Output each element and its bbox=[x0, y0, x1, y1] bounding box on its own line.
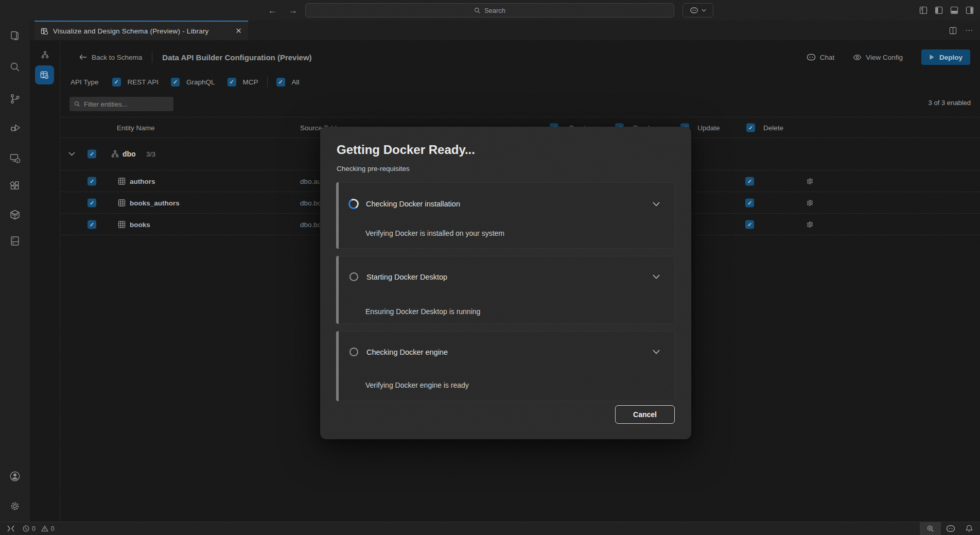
row-settings-gear-icon[interactable] bbox=[806, 198, 814, 207]
back-to-schema-link[interactable]: Back to Schema bbox=[79, 54, 142, 61]
tab-visualize-schema[interactable]: Visualize and Design Schema (Preview) - … bbox=[34, 21, 248, 40]
col-delete-checkbox[interactable]: ✓ bbox=[746, 123, 755, 132]
extensions-icon[interactable] bbox=[0, 180, 30, 192]
play-icon bbox=[929, 54, 935, 60]
filter-search-icon bbox=[74, 101, 80, 107]
row-checkbox[interactable]: ✓ bbox=[87, 177, 96, 185]
remote-indicator-icon[interactable] bbox=[7, 525, 14, 532]
view-config-button[interactable]: View Config bbox=[853, 54, 903, 61]
forward-arrow-icon[interactable]: → bbox=[288, 5, 297, 16]
copilot-chat-icon bbox=[807, 54, 816, 61]
step-docker-engine: Checking Docker engine Verifying Docker … bbox=[336, 331, 675, 401]
all-checkbox[interactable]: ✓ bbox=[276, 78, 285, 87]
more-actions-icon[interactable]: ⋯ bbox=[965, 26, 973, 35]
mcp-checkbox[interactable]: ✓ bbox=[227, 78, 236, 87]
entity-name: books_authors bbox=[130, 199, 180, 206]
toggle-sidebar-left-icon[interactable] bbox=[935, 6, 943, 14]
copilot-menu-button[interactable] bbox=[682, 3, 713, 18]
step-title: Starting Docker Desktop bbox=[366, 273, 447, 281]
delete-checkbox[interactable]: ✓ bbox=[745, 198, 754, 207]
filter-placeholder: Filter entities... bbox=[84, 100, 128, 108]
search-placeholder: Search bbox=[484, 7, 505, 14]
step-docker-desktop: Starting Docker Desktop Ensuring Docker … bbox=[336, 256, 675, 324]
pending-circle-icon bbox=[349, 272, 358, 281]
filter-entities-input[interactable]: Filter entities... bbox=[69, 97, 173, 111]
filter-rest-api[interactable]: ✓REST API bbox=[112, 78, 159, 87]
rest-api-checkbox[interactable]: ✓ bbox=[112, 78, 121, 87]
copilot-icon bbox=[690, 7, 698, 14]
row-checkbox[interactable]: ✓ bbox=[87, 220, 96, 229]
settings-gear-icon[interactable] bbox=[0, 500, 30, 512]
notifications-bell-icon[interactable] bbox=[966, 525, 973, 532]
cancel-button[interactable]: Cancel bbox=[615, 405, 675, 424]
docker-ready-dialog: Getting Docker Ready... Checking pre-req… bbox=[320, 127, 691, 439]
titlebar: ← → Search bbox=[0, 0, 980, 21]
delete-checkbox[interactable]: ✓ bbox=[745, 177, 754, 185]
delete-checkbox[interactable]: ✓ bbox=[745, 220, 754, 229]
row-checkbox[interactable]: ✓ bbox=[87, 198, 96, 207]
filter-all[interactable]: ✓All bbox=[276, 78, 300, 87]
toggle-sidebar-right-icon[interactable] bbox=[966, 6, 974, 14]
spinner-icon bbox=[347, 198, 360, 210]
chevron-down-icon bbox=[702, 9, 706, 12]
tab-close-icon[interactable]: ✕ bbox=[235, 26, 242, 36]
explorer-icon[interactable] bbox=[0, 30, 30, 42]
api-type-filters: API Type ✓REST API ✓GraphQL ✓MCP ✓All bbox=[71, 74, 300, 90]
dialog-title: Getting Docker Ready... bbox=[337, 143, 475, 157]
back-arrow-icon[interactable]: ← bbox=[268, 5, 277, 16]
deploy-button[interactable]: Deploy bbox=[921, 49, 970, 65]
problems-indicator[interactable]: 0 0 bbox=[23, 525, 54, 532]
account-icon[interactable] bbox=[0, 470, 30, 482]
warning-count: 0 bbox=[51, 525, 55, 532]
step-accent-bar bbox=[336, 256, 339, 324]
group-name: dbo bbox=[122, 150, 136, 158]
table-grid-icon bbox=[118, 177, 126, 185]
database-icon[interactable] bbox=[0, 235, 30, 247]
filter-divider bbox=[267, 77, 268, 87]
schema-icon bbox=[111, 150, 119, 159]
search-sidebar-icon[interactable] bbox=[0, 61, 30, 73]
copilot-status-icon[interactable] bbox=[946, 525, 955, 532]
containers-icon[interactable] bbox=[0, 209, 30, 221]
chevron-down-icon[interactable] bbox=[653, 350, 660, 354]
expand-chevron-icon[interactable] bbox=[68, 152, 75, 156]
col-update: Update bbox=[697, 124, 720, 131]
filter-graphql[interactable]: ✓GraphQL bbox=[171, 78, 215, 87]
arrow-left-icon bbox=[79, 54, 87, 60]
schema-visualize-icon[interactable] bbox=[41, 50, 49, 59]
toggle-panel-icon[interactable] bbox=[950, 6, 958, 14]
col-entity-name: Entity Name bbox=[117, 124, 155, 131]
table-grid-icon bbox=[118, 199, 126, 206]
search-input[interactable]: Search bbox=[305, 3, 674, 18]
entity-name: authors bbox=[130, 177, 155, 185]
col-delete: Delete bbox=[763, 124, 783, 131]
customize-layout-icon[interactable] bbox=[919, 6, 927, 14]
status-bar: 0 0 bbox=[0, 522, 980, 535]
filter-mcp[interactable]: ✓MCP bbox=[227, 78, 258, 87]
dab-config-icon-active[interactable] bbox=[35, 65, 54, 84]
designer-toolbar bbox=[30, 40, 60, 522]
chat-button[interactable]: Chat bbox=[807, 54, 835, 61]
chevron-down-icon[interactable] bbox=[653, 274, 660, 279]
run-debug-icon[interactable] bbox=[0, 122, 30, 134]
step-title: Checking Docker engine bbox=[366, 348, 448, 356]
step-description: Verifying Docker engine is ready bbox=[365, 381, 469, 389]
entity-name: books bbox=[130, 220, 150, 228]
enabled-count: 3 of 3 enabled bbox=[929, 99, 971, 107]
activity-bar bbox=[0, 21, 30, 522]
row-settings-gear-icon[interactable] bbox=[806, 220, 814, 229]
remote-explorer-icon[interactable] bbox=[0, 152, 30, 164]
chevron-down-icon[interactable] bbox=[653, 202, 660, 206]
zoom-indicator[interactable] bbox=[920, 522, 941, 535]
step-docker-installation: Checking Docker installation Verifying D… bbox=[336, 182, 675, 249]
eye-icon bbox=[853, 54, 862, 61]
split-editor-icon[interactable] bbox=[949, 27, 957, 34]
table-grid-icon bbox=[118, 220, 126, 228]
schema-designer-tab-icon bbox=[41, 27, 48, 35]
search-icon bbox=[474, 7, 481, 14]
graphql-checkbox[interactable]: ✓ bbox=[171, 78, 180, 87]
dbo-checkbox[interactable]: ✓ bbox=[87, 150, 96, 159]
step-description: Verifying Docker is installed on your sy… bbox=[365, 229, 504, 237]
row-settings-gear-icon[interactable] bbox=[806, 177, 814, 185]
source-control-icon[interactable] bbox=[0, 93, 30, 105]
